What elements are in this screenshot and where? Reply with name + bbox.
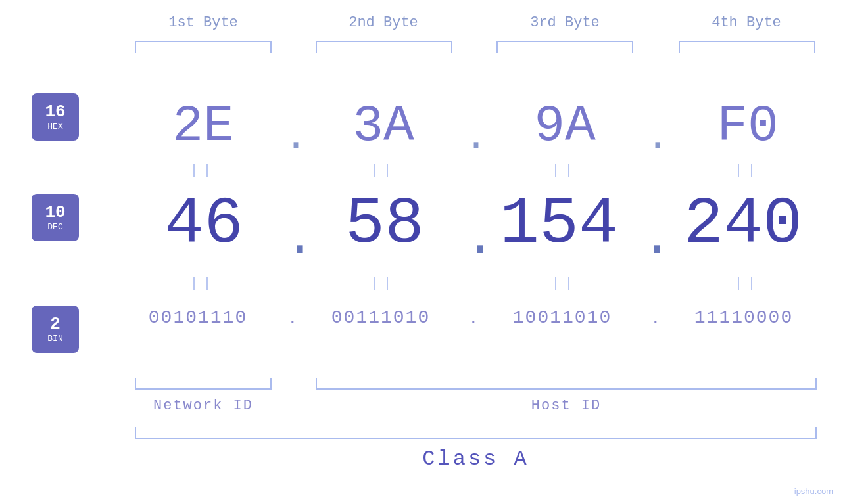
bin-badge-number: 2 <box>50 315 60 332</box>
bottom-bracket-host <box>316 378 817 390</box>
byte2-header: 2nd Byte <box>314 14 452 31</box>
hex-val-3: 9A <box>496 97 634 155</box>
dec-badge-number: 10 <box>45 204 65 221</box>
hex-badge-number: 16 <box>45 103 65 120</box>
host-id-label: Host ID <box>316 398 817 414</box>
bin-badge: 2 BIN <box>32 306 79 353</box>
dec-val-3: 154 <box>473 187 644 262</box>
bin-val-3: 10011010 <box>477 308 647 328</box>
bottom-bracket-network <box>135 378 272 390</box>
hex-val-1: 2E <box>134 97 272 155</box>
page: 1st Byte 2nd Byte 3rd Byte 4th Byte 16 H… <box>0 0 845 504</box>
eq2-2: || <box>314 276 452 291</box>
bin-val-1: 00101110 <box>113 308 283 328</box>
hex-val-2: 3A <box>314 97 452 155</box>
hex-dot-3: . <box>646 115 669 160</box>
eq1-1: || <box>134 163 272 178</box>
hex-val-4: F0 <box>679 97 817 155</box>
dec-badge-label: DEC <box>47 222 62 232</box>
hex-badge: 16 HEX <box>32 93 79 141</box>
byte4-header: 4th Byte <box>677 14 815 31</box>
hex-dot-2: . <box>464 115 488 160</box>
network-id-label: Network ID <box>134 398 272 414</box>
watermark: ipshu.com <box>794 486 833 496</box>
dec-badge: 10 DEC <box>32 194 79 241</box>
dec-val-2: 58 <box>299 187 470 262</box>
dec-val-1: 46 <box>118 187 289 262</box>
eq2-1: || <box>134 276 272 291</box>
bin-badge-label: BIN <box>47 334 62 344</box>
byte3-header: 3rd Byte <box>496 14 634 31</box>
top-bracket-1 <box>135 41 272 53</box>
eq1-4: || <box>679 163 817 178</box>
eq2-4: || <box>679 276 817 291</box>
top-bracket-4 <box>679 41 815 53</box>
eq1-2: || <box>314 163 452 178</box>
eq1-3: || <box>496 163 634 178</box>
class-bracket <box>135 427 817 439</box>
hex-dot-1: . <box>284 115 308 160</box>
top-bracket-3 <box>496 41 633 53</box>
bin-val-4: 11110000 <box>659 308 829 328</box>
byte1-header: 1st Byte <box>134 14 272 31</box>
top-bracket-2 <box>316 41 452 53</box>
eq2-3: || <box>496 276 634 291</box>
dec-val-4: 240 <box>658 187 829 262</box>
bin-val-2: 00111010 <box>296 308 466 328</box>
hex-badge-label: HEX <box>47 122 62 131</box>
class-label: Class A <box>135 447 817 471</box>
